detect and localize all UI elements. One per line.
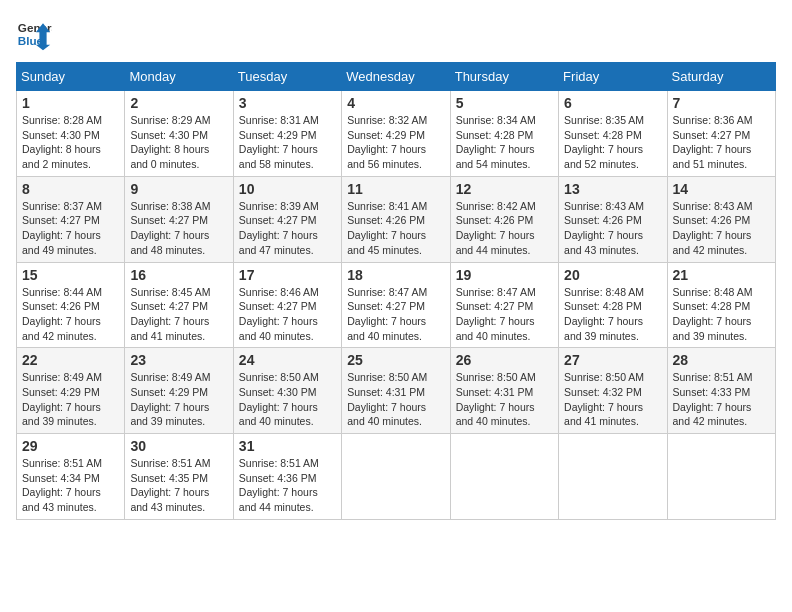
day-number: 13 [564,181,661,197]
day-detail: Sunrise: 8:44 AMSunset: 4:26 PMDaylight:… [22,286,102,342]
calendar-cell: 28 Sunrise: 8:51 AMSunset: 4:33 PMDaylig… [667,348,775,434]
day-detail: Sunrise: 8:31 AMSunset: 4:29 PMDaylight:… [239,114,319,170]
day-detail: Sunrise: 8:34 AMSunset: 4:28 PMDaylight:… [456,114,536,170]
day-detail: Sunrise: 8:42 AMSunset: 4:26 PMDaylight:… [456,200,536,256]
day-detail: Sunrise: 8:50 AMSunset: 4:31 PMDaylight:… [347,371,427,427]
column-header-sunday: Sunday [17,63,125,91]
day-detail: Sunrise: 8:28 AMSunset: 4:30 PMDaylight:… [22,114,102,170]
calendar-cell: 5 Sunrise: 8:34 AMSunset: 4:28 PMDayligh… [450,91,558,177]
calendar-week-row: 29 Sunrise: 8:51 AMSunset: 4:34 PMDaylig… [17,434,776,520]
day-detail: Sunrise: 8:48 AMSunset: 4:28 PMDaylight:… [564,286,644,342]
day-detail: Sunrise: 8:41 AMSunset: 4:26 PMDaylight:… [347,200,427,256]
calendar-cell: 8 Sunrise: 8:37 AMSunset: 4:27 PMDayligh… [17,176,125,262]
calendar-cell [559,434,667,520]
day-detail: Sunrise: 8:32 AMSunset: 4:29 PMDaylight:… [347,114,427,170]
day-detail: Sunrise: 8:50 AMSunset: 4:31 PMDaylight:… [456,371,536,427]
logo-icon: General Blue [16,16,52,52]
calendar-cell: 1 Sunrise: 8:28 AMSunset: 4:30 PMDayligh… [17,91,125,177]
calendar-cell: 7 Sunrise: 8:36 AMSunset: 4:27 PMDayligh… [667,91,775,177]
day-number: 29 [22,438,119,454]
day-number: 21 [673,267,770,283]
calendar-cell: 26 Sunrise: 8:50 AMSunset: 4:31 PMDaylig… [450,348,558,434]
calendar-cell: 21 Sunrise: 8:48 AMSunset: 4:28 PMDaylig… [667,262,775,348]
day-number: 17 [239,267,336,283]
calendar-cell [667,434,775,520]
day-number: 10 [239,181,336,197]
calendar-cell: 3 Sunrise: 8:31 AMSunset: 4:29 PMDayligh… [233,91,341,177]
calendar-cell: 14 Sunrise: 8:43 AMSunset: 4:26 PMDaylig… [667,176,775,262]
day-number: 30 [130,438,227,454]
day-detail: Sunrise: 8:48 AMSunset: 4:28 PMDaylight:… [673,286,753,342]
day-number: 7 [673,95,770,111]
day-detail: Sunrise: 8:43 AMSunset: 4:26 PMDaylight:… [673,200,753,256]
calendar-cell: 24 Sunrise: 8:50 AMSunset: 4:30 PMDaylig… [233,348,341,434]
day-number: 14 [673,181,770,197]
day-detail: Sunrise: 8:36 AMSunset: 4:27 PMDaylight:… [673,114,753,170]
calendar-cell [450,434,558,520]
day-number: 6 [564,95,661,111]
calendar-week-row: 1 Sunrise: 8:28 AMSunset: 4:30 PMDayligh… [17,91,776,177]
day-number: 2 [130,95,227,111]
day-number: 9 [130,181,227,197]
day-detail: Sunrise: 8:29 AMSunset: 4:30 PMDaylight:… [130,114,210,170]
calendar-cell: 29 Sunrise: 8:51 AMSunset: 4:34 PMDaylig… [17,434,125,520]
calendar-cell: 19 Sunrise: 8:47 AMSunset: 4:27 PMDaylig… [450,262,558,348]
day-number: 5 [456,95,553,111]
day-detail: Sunrise: 8:50 AMSunset: 4:30 PMDaylight:… [239,371,319,427]
calendar-header-row: SundayMondayTuesdayWednesdayThursdayFrid… [17,63,776,91]
logo: General Blue [16,16,52,52]
day-detail: Sunrise: 8:51 AMSunset: 4:35 PMDaylight:… [130,457,210,513]
day-detail: Sunrise: 8:51 AMSunset: 4:33 PMDaylight:… [673,371,753,427]
calendar-cell: 22 Sunrise: 8:49 AMSunset: 4:29 PMDaylig… [17,348,125,434]
page-header: General Blue [16,16,776,52]
day-number: 11 [347,181,444,197]
day-detail: Sunrise: 8:37 AMSunset: 4:27 PMDaylight:… [22,200,102,256]
calendar-cell: 10 Sunrise: 8:39 AMSunset: 4:27 PMDaylig… [233,176,341,262]
day-detail: Sunrise: 8:51 AMSunset: 4:36 PMDaylight:… [239,457,319,513]
calendar-cell: 13 Sunrise: 8:43 AMSunset: 4:26 PMDaylig… [559,176,667,262]
day-number: 18 [347,267,444,283]
calendar-week-row: 22 Sunrise: 8:49 AMSunset: 4:29 PMDaylig… [17,348,776,434]
day-detail: Sunrise: 8:43 AMSunset: 4:26 PMDaylight:… [564,200,644,256]
day-number: 22 [22,352,119,368]
day-number: 1 [22,95,119,111]
day-detail: Sunrise: 8:45 AMSunset: 4:27 PMDaylight:… [130,286,210,342]
day-detail: Sunrise: 8:39 AMSunset: 4:27 PMDaylight:… [239,200,319,256]
day-number: 25 [347,352,444,368]
column-header-saturday: Saturday [667,63,775,91]
column-header-monday: Monday [125,63,233,91]
column-header-tuesday: Tuesday [233,63,341,91]
calendar-cell: 2 Sunrise: 8:29 AMSunset: 4:30 PMDayligh… [125,91,233,177]
calendar-cell: 4 Sunrise: 8:32 AMSunset: 4:29 PMDayligh… [342,91,450,177]
column-header-friday: Friday [559,63,667,91]
calendar-table: SundayMondayTuesdayWednesdayThursdayFrid… [16,62,776,520]
day-number: 23 [130,352,227,368]
calendar-cell: 6 Sunrise: 8:35 AMSunset: 4:28 PMDayligh… [559,91,667,177]
day-number: 4 [347,95,444,111]
day-detail: Sunrise: 8:35 AMSunset: 4:28 PMDaylight:… [564,114,644,170]
day-detail: Sunrise: 8:49 AMSunset: 4:29 PMDaylight:… [130,371,210,427]
day-detail: Sunrise: 8:38 AMSunset: 4:27 PMDaylight:… [130,200,210,256]
day-number: 20 [564,267,661,283]
day-number: 15 [22,267,119,283]
day-number: 3 [239,95,336,111]
calendar-cell: 27 Sunrise: 8:50 AMSunset: 4:32 PMDaylig… [559,348,667,434]
day-number: 27 [564,352,661,368]
day-number: 8 [22,181,119,197]
calendar-cell: 16 Sunrise: 8:45 AMSunset: 4:27 PMDaylig… [125,262,233,348]
day-number: 28 [673,352,770,368]
day-number: 19 [456,267,553,283]
day-detail: Sunrise: 8:50 AMSunset: 4:32 PMDaylight:… [564,371,644,427]
calendar-cell [342,434,450,520]
calendar-cell: 18 Sunrise: 8:47 AMSunset: 4:27 PMDaylig… [342,262,450,348]
calendar-cell: 31 Sunrise: 8:51 AMSunset: 4:36 PMDaylig… [233,434,341,520]
calendar-cell: 20 Sunrise: 8:48 AMSunset: 4:28 PMDaylig… [559,262,667,348]
calendar-week-row: 15 Sunrise: 8:44 AMSunset: 4:26 PMDaylig… [17,262,776,348]
day-detail: Sunrise: 8:47 AMSunset: 4:27 PMDaylight:… [456,286,536,342]
day-number: 24 [239,352,336,368]
day-number: 26 [456,352,553,368]
svg-text:General: General [18,21,52,34]
day-detail: Sunrise: 8:47 AMSunset: 4:27 PMDaylight:… [347,286,427,342]
calendar-cell: 30 Sunrise: 8:51 AMSunset: 4:35 PMDaylig… [125,434,233,520]
day-number: 16 [130,267,227,283]
